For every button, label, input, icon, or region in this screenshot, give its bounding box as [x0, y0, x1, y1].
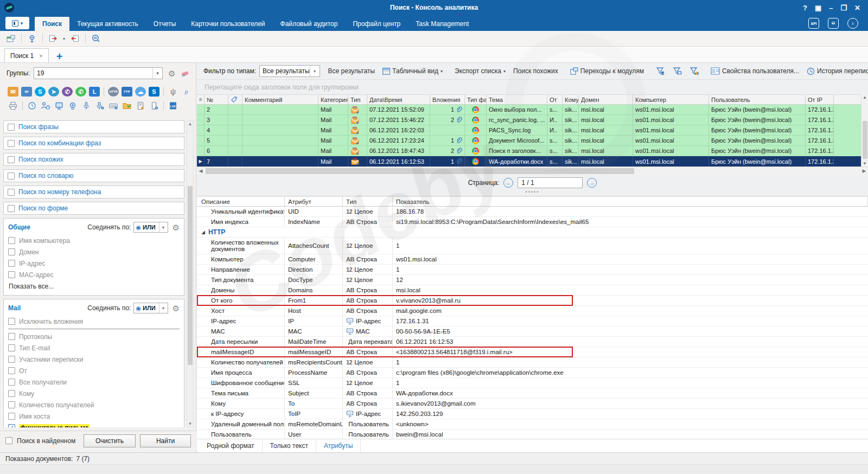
view-tab-2[interactable]: Только текст [263, 439, 316, 452]
result-row-3[interactable]: 3MailWEB07.12.2021 15:46:222rc_sync_pani… [197, 115, 868, 125]
viber-icon[interactable]: ✆ [62, 87, 73, 97]
checkbox[interactable] [8, 379, 15, 386]
page-input[interactable]: 1 / 1 [518, 177, 583, 188]
column-header-filetype[interactable]: Тип фа [465, 95, 487, 104]
column-header-comment[interactable]: Комментарий [242, 95, 318, 104]
column-header-type[interactable]: Тип [348, 95, 367, 104]
attr-row-ProcessName[interactable]: Имя процессаProcessNameАВСтрокаc:\progra… [197, 368, 868, 378]
attr-column-header-attr[interactable]: Атрибут [285, 197, 343, 206]
minimize-button[interactable]: – [829, 4, 833, 11]
menu-tab-2[interactable]: Текущая активность [69, 17, 146, 31]
column-header-computer[interactable]: Компьютер [633, 95, 709, 104]
filter-user-icon[interactable] [656, 67, 665, 75]
column-header-tag[interactable] [228, 95, 242, 104]
checkbox[interactable] [8, 344, 15, 351]
filter-item[interactable]: Домен [8, 246, 180, 258]
chevron-down-icon[interactable]: ▾ [63, 36, 65, 41]
checkbox[interactable] [8, 248, 15, 255]
checkbox[interactable] [8, 333, 15, 340]
tab-poisk-1[interactable]: Поиск 1 × [4, 48, 49, 62]
filter-item[interactable]: Все получатели [8, 376, 180, 388]
menu-tab-3[interactable]: Отчеты [146, 17, 183, 31]
filter-chart-icon[interactable] [690, 67, 699, 75]
search-mode-5[interactable]: Поиск по номеру телефона [3, 185, 184, 198]
find-button[interactable]: Найти [140, 434, 191, 447]
search-mode-1[interactable]: Поиск фразы [3, 120, 184, 133]
menu-tab-4[interactable]: Карточки пользователей [183, 17, 272, 31]
new-window-icon[interactable] [4, 33, 17, 44]
export-list-button[interactable]: Экспорт списка▾ [455, 67, 506, 75]
menu-tab-7[interactable]: Task Management [408, 17, 476, 31]
usb-icon[interactable]: ψ [168, 87, 178, 97]
filter-item[interactable]: От [8, 365, 180, 376]
filter-item[interactable]: Имя хоста [8, 411, 180, 422]
gear-icon[interactable]: ⚙ [173, 223, 180, 232]
attr-row-MailDateTime[interactable]: Дата пересылкиMailDateTime23Дата перехва… [197, 337, 868, 347]
result-row-2[interactable]: 2MailWEB07.12.2021 15:52:091Окно выбора … [197, 105, 868, 115]
groups-select[interactable]: 19 ▾ [34, 67, 163, 79]
email-icon[interactable]: ✉ [8, 87, 18, 97]
attr-row-MAC[interactable]: MACMAC255MAC00-50-56-9A-1E-E5 [197, 326, 868, 337]
column-header-subject[interactable]: Тема [487, 95, 547, 104]
attr-row-msRecipientsCount[interactable]: Количество получателейmsRecipientsCount1… [197, 357, 868, 368]
result-row-6[interactable]: 6MailWEB06.12.2021 18:47:432Поиск п заго… [197, 146, 868, 156]
filter-item[interactable]: Участники переписки [8, 354, 180, 365]
user-properties-button[interactable]: Свойства пользователя... [711, 67, 799, 75]
collapse-triangle-icon[interactable]: ◢ [201, 229, 205, 235]
help-button[interactable]: ? [803, 4, 807, 11]
lync-icon[interactable]: L [89, 87, 100, 97]
column-header-fromip[interactable]: От IP [806, 95, 834, 104]
correspondence-history-button[interactable]: История переписки [807, 67, 868, 75]
column-header-n[interactable]: № [205, 95, 228, 104]
skype-icon[interactable]: S [35, 87, 46, 97]
filter-item[interactable]: Количество получателей [8, 399, 180, 411]
info-icon[interactable]: i [847, 18, 858, 29]
eraser-icon[interactable] [181, 69, 189, 77]
checkbox[interactable] [8, 401, 15, 408]
folder-watch-icon[interactable] [122, 101, 132, 111]
attr-row-ToIP[interactable]: к IP-адресуToIP255IP-адрес142.250.203.12… [197, 409, 868, 419]
go-to-modules-button[interactable]: Переходы к модулям [570, 67, 644, 75]
checkbox[interactable] [8, 140, 15, 147]
result-row-5[interactable]: 5MailWEB06.12.2021 17:23:241Документ Mic… [197, 136, 868, 146]
search-mode-4[interactable]: Поиск по словарю [3, 169, 184, 182]
filter-item[interactable]: Исключить вложения [8, 316, 180, 327]
attr-row-IP[interactable]: IP-адресIP255IP-адрес172.16.1.31 [197, 316, 868, 326]
attr-row-Computer[interactable]: КомпьютерComputerАВСтрокаws01.msi.local [197, 254, 868, 265]
checkbox[interactable] [8, 271, 15, 278]
checkbox[interactable] [8, 205, 15, 212]
attr-row-SSL[interactable]: Шифрованное сообщениеSSL12Целое1 [197, 378, 868, 388]
join-select[interactable]: ◉ИЛИ▾ [133, 303, 168, 313]
chevron-down-icon[interactable]: ▾ [159, 222, 168, 232]
attr-row-AttachesCount[interactable]: Количество вложенных документовAttachesC… [197, 238, 868, 254]
storage-icon[interactable]: ⛁ [828, 18, 839, 29]
view-tab-1[interactable]: Родной формат [199, 439, 263, 452]
column-header-to[interactable]: Кому [563, 95, 579, 104]
attr-column-header-typ[interactable]: Тип [343, 197, 393, 206]
attr-row-Subject[interactable]: Тема письмаSubjectАВСтрокаWA-доработки.d… [197, 388, 868, 399]
user-pin-icon[interactable] [25, 33, 39, 44]
program-icon[interactable] [135, 101, 146, 111]
menu-tab-1[interactable]: Поиск [35, 17, 69, 31]
search-similar-button[interactable]: Поиск похожих [513, 67, 558, 75]
http-icon[interactable]: HTTP [108, 87, 119, 97]
clock-icon[interactable] [27, 101, 37, 111]
attr-row-Host[interactable]: ХостHostАВСтрокаmail.google.com [197, 306, 868, 316]
attr-row-mailMessageID[interactable]: mailMessageIDmailMessageIDАВСтрока<16388… [197, 347, 868, 357]
section-title[interactable]: Общие [8, 223, 87, 231]
attr-row-From1[interactable]: От когоFrom1АВСтрокаv.vivanov2013@mail.r… [197, 296, 868, 306]
filter-item[interactable]: Кому [8, 388, 180, 399]
column-header-domain[interactable]: Домен [579, 95, 633, 104]
view-tab-3[interactable]: Атрибуты [316, 439, 361, 452]
restore-button[interactable]: ❐ [840, 4, 847, 11]
result-row-7[interactable]: ▶7MailWEB06.12.2021 16:12:531WA-доработк… [197, 156, 868, 166]
log-icon[interactable]: LOG [168, 101, 178, 111]
filter-item[interactable]: IP-адрес [8, 258, 180, 269]
microphone-icon[interactable] [81, 101, 92, 111]
checkbox[interactable] [8, 189, 15, 196]
checkbox[interactable] [8, 260, 15, 267]
gear-icon[interactable]: ⚙ [173, 304, 180, 312]
printer-icon[interactable] [8, 101, 18, 111]
attr-row-Domains[interactable]: ДоменыDomainsАВСтрокаmsi.local [197, 285, 868, 296]
sharepoint-icon[interactable]: S [149, 87, 159, 97]
